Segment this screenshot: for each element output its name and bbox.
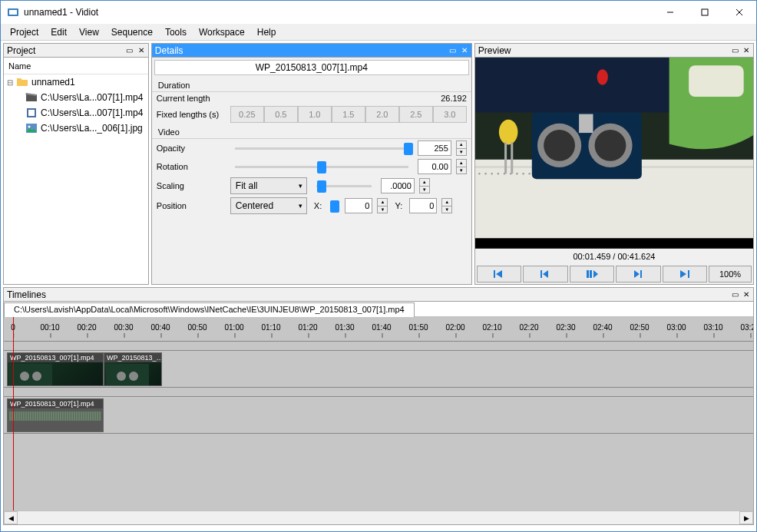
menu-sequence[interactable]: Sequence — [105, 25, 159, 39]
goto-end-button[interactable] — [663, 266, 707, 283]
preview-scrub-bar[interactable] — [475, 238, 753, 249]
panel-close-icon[interactable]: ✕ — [136, 45, 147, 56]
timeline-audio-clip[interactable]: WP_20150813_007[1].mp4 — [7, 398, 104, 432]
svg-rect-41 — [590, 270, 592, 278]
timeline-ruler[interactable]: 000:1000:2000:3000:4000:5001:0001:1001:2… — [4, 317, 753, 342]
project-column-name[interactable]: Name — [4, 58, 148, 74]
minimize-button[interactable] — [653, 2, 687, 24]
duration-group-label: Duration — [152, 78, 471, 92]
ruler-tick: 02:20 — [519, 323, 538, 332]
panel-float-icon[interactable]: ▭ — [729, 45, 740, 56]
window-title: unnamed1 - Vidiot — [24, 7, 653, 18]
panel-float-icon[interactable]: ▭ — [124, 45, 135, 56]
menu-tools[interactable]: Tools — [159, 25, 193, 39]
ruler-tick: 00:20 — [77, 323, 96, 332]
position-y-label: Y: — [395, 201, 402, 210]
current-length-value: 26.192 — [441, 94, 467, 103]
fixed-length-button[interactable]: 3.0 — [433, 106, 467, 123]
menu-view[interactable]: View — [73, 25, 105, 39]
goto-start-button[interactable] — [477, 266, 521, 283]
opacity-input[interactable] — [418, 140, 451, 156]
svg-point-49 — [32, 372, 41, 381]
video-group-label: Video — [152, 124, 471, 139]
opacity-spinner[interactable]: ▲▼ — [456, 140, 467, 156]
details-panel-title: Details — [155, 45, 447, 56]
ruler-tick: 01:20 — [298, 323, 317, 332]
next-frame-button[interactable] — [616, 266, 660, 283]
svg-marker-45 — [680, 270, 686, 278]
playhead[interactable] — [13, 317, 14, 511]
tree-item[interactable]: C:\Users\La..._006[1].jpg — [4, 121, 148, 136]
timeline-clip[interactable]: WP_20150813_007[1].mp4 — [7, 352, 104, 386]
tree-root-label: unnamed1 — [31, 77, 75, 88]
expand-icon[interactable]: ⊟ — [7, 78, 16, 87]
tree-item[interactable]: C:\Users\La...007[1].mp4 — [4, 90, 148, 105]
svg-rect-38 — [540, 270, 542, 278]
preview-panel: Preview ▭ ✕ — [474, 43, 754, 285]
ruler-tick: 01:00 — [224, 323, 243, 332]
rotation-spinner[interactable]: ▲▼ — [456, 159, 467, 174]
svg-rect-40 — [587, 270, 589, 278]
scaling-label: Scaling — [157, 181, 226, 190]
svg-point-17 — [484, 173, 486, 174]
preview-zoom-label[interactable]: 100% — [709, 266, 752, 283]
menu-project[interactable]: Project — [4, 25, 45, 39]
fixed-length-button[interactable]: 1.5 — [332, 106, 365, 123]
position-x-spinner[interactable]: ▲▼ — [377, 198, 388, 213]
position-x-input[interactable] — [345, 198, 372, 213]
rotation-slider[interactable] — [235, 166, 408, 168]
app-icon — [7, 6, 19, 18]
prev-frame-button[interactable] — [523, 266, 567, 283]
scroll-left-icon[interactable]: ◀ — [4, 511, 18, 524]
fixed-length-button[interactable]: 2.5 — [399, 106, 433, 123]
fixed-length-button[interactable]: 0.5 — [264, 106, 298, 123]
video-track[interactable]: WP_20150813_007[1].mp4 WP_20150813_… — [4, 351, 753, 388]
timelines-panel-title: Timelines — [7, 289, 729, 300]
scaling-combo[interactable]: Fit all — [230, 177, 307, 194]
panel-close-icon[interactable]: ✕ — [459, 45, 470, 56]
panel-float-icon[interactable]: ▭ — [729, 289, 740, 300]
svg-rect-44 — [640, 270, 642, 278]
audio-track[interactable]: WP_20150813_007[1].mp4 — [4, 397, 753, 434]
tree-item-label: C:\Users\La...007[1].mp4 — [41, 92, 143, 103]
rotation-input[interactable] — [418, 159, 451, 174]
panel-float-icon[interactable]: ▭ — [448, 45, 458, 56]
fixed-length-button[interactable]: 1.0 — [298, 106, 332, 123]
scaling-spinner[interactable]: ▲▼ — [419, 178, 430, 193]
scaling-slider[interactable] — [316, 185, 372, 187]
scroll-right-icon[interactable]: ▶ — [739, 511, 753, 524]
scaling-input[interactable] — [381, 178, 415, 193]
fixed-length-button[interactable]: 0.25 — [230, 106, 264, 123]
position-combo[interactable]: Centered — [230, 197, 307, 214]
play-pause-button[interactable] — [570, 266, 614, 283]
timeline-body[interactable]: 000:1000:2000:3000:4000:5001:0001:1001:2… — [4, 317, 753, 511]
position-x-label: X: — [314, 201, 322, 210]
maximize-button[interactable] — [687, 2, 722, 24]
preview-viewport[interactable] — [475, 58, 753, 238]
tree-item[interactable]: C:\Users\La...007[1].mp4 — [4, 105, 148, 121]
timeline-tab[interactable]: C:\Users\Lavish\AppData\Local\Microsoft\… — [4, 302, 415, 317]
position-x-slider[interactable] — [333, 205, 336, 207]
menu-help[interactable]: Help — [251, 25, 283, 39]
ruler-tick: 01:40 — [372, 323, 391, 332]
ruler-tick: 01:30 — [335, 323, 354, 332]
details-file-name: WP_20150813_007[1].mp4 — [154, 60, 469, 75]
opacity-slider[interactable] — [235, 147, 408, 150]
fixed-length-button[interactable]: 2.0 — [365, 106, 399, 123]
tree-root[interactable]: ⊟ unnamed1 — [4, 74, 148, 90]
position-y-spinner[interactable]: ▲▼ — [441, 198, 452, 213]
timeline-clip[interactable]: WP_20150813_… — [104, 352, 162, 386]
menu-edit[interactable]: Edit — [45, 25, 73, 39]
svg-rect-8 — [28, 110, 35, 116]
fixed-lengths-label: Fixed lengths (s) — [157, 110, 226, 119]
svg-marker-43 — [634, 270, 640, 278]
ruler-tick: 00:40 — [150, 323, 170, 332]
panel-close-icon[interactable]: ✕ — [741, 289, 752, 300]
timeline-hscrollbar[interactable]: ◀ ▶ — [4, 511, 753, 524]
position-y-input[interactable] — [409, 198, 437, 213]
close-button[interactable] — [722, 2, 756, 24]
panel-close-icon[interactable]: ✕ — [741, 45, 752, 56]
clip-label: WP_20150813_007[1].mp4 — [8, 353, 103, 362]
menu-workspace[interactable]: Workspace — [193, 25, 251, 39]
ruler-tick: 02:30 — [556, 323, 575, 332]
